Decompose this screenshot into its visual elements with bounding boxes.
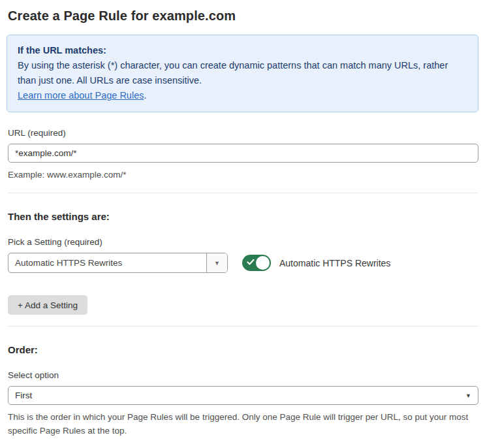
setting-picker-dropdown[interactable]: Automatic HTTPS Rewrites ▼ xyxy=(8,253,228,273)
url-example-helper: Example: www.example.com/* xyxy=(8,168,478,182)
pick-setting-label: Pick a Setting (required) xyxy=(8,237,478,247)
page-title: Create a Page Rule for example.com xyxy=(8,8,478,24)
info-box-body-text: By using the asterisk (*) character, you… xyxy=(18,60,448,86)
order-helper-text: This is the order in which your Page Rul… xyxy=(8,410,475,438)
order-select-dropdown[interactable]: First ▼ xyxy=(8,386,478,405)
add-setting-button[interactable]: + Add a Setting xyxy=(8,295,87,315)
url-input[interactable] xyxy=(8,144,478,163)
order-section-heading: Order: xyxy=(8,344,478,355)
check-icon xyxy=(247,259,255,266)
create-page-rule-form: Create a Page Rule for example.com If th… xyxy=(0,0,485,448)
learn-more-link[interactable]: Learn more about Page Rules xyxy=(18,90,144,101)
url-matches-info-box: If the URL matches: By using the asteris… xyxy=(7,35,478,112)
toggle-knob xyxy=(256,256,270,270)
url-field-label: URL (required) xyxy=(8,128,478,138)
link-suffix: . xyxy=(144,90,146,101)
setting-toggle-label: Automatic HTTPS Rewrites xyxy=(279,258,390,268)
order-select-value: First xyxy=(15,391,32,400)
divider xyxy=(8,326,478,327)
order-select-label: Select option xyxy=(8,370,478,380)
chevron-down-icon[interactable]: ▼ xyxy=(206,253,227,272)
info-box-body: By using the asterisk (*) character, you… xyxy=(18,58,467,103)
setting-row: Automatic HTTPS Rewrites ▼ Automatic HTT… xyxy=(8,253,478,273)
setting-toggle[interactable] xyxy=(242,255,271,271)
divider xyxy=(8,193,478,193)
chevron-down-icon: ▼ xyxy=(465,392,471,399)
setting-picker-value: Automatic HTTPS Rewrites xyxy=(8,253,206,272)
settings-section-heading: Then the settings are: xyxy=(8,211,478,222)
info-box-heading: If the URL matches: xyxy=(18,43,467,58)
